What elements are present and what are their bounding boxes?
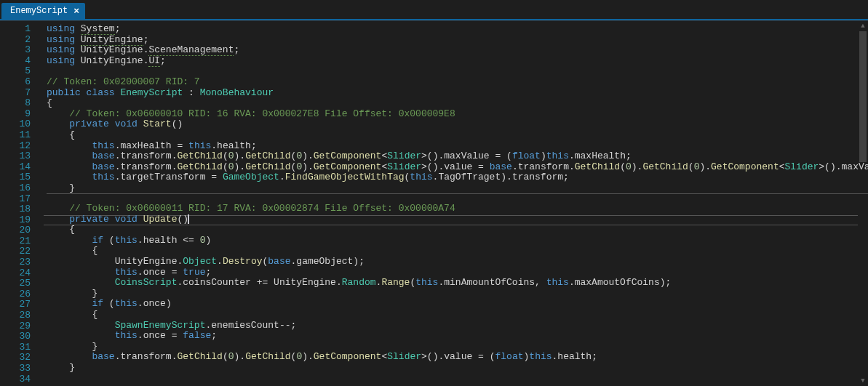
code-token: (	[223, 150, 228, 161]
code-line[interactable]: using UnityEngine.SceneManagement;	[47, 45, 868, 56]
code-token: GetComponent	[314, 351, 382, 362]
code-line[interactable]: this.once = false;	[47, 331, 868, 342]
line-number: 11	[3, 130, 31, 141]
code-line[interactable]: {	[47, 246, 868, 257]
code-token: ;	[251, 140, 257, 151]
code-line[interactable]: CoinsScript.coinsCounter += UnityEngine.…	[47, 278, 868, 289]
code-token: ).	[302, 351, 314, 362]
line-number: 17	[3, 194, 31, 205]
code-line[interactable]: if (this.once)	[47, 299, 868, 310]
code-line[interactable]: }	[47, 363, 868, 374]
line-number: 4	[3, 56, 31, 67]
code-token: public class	[47, 87, 120, 98]
code-line[interactable]: }	[47, 342, 868, 353]
code-token: {	[47, 224, 75, 235]
code-line[interactable]: UnityEngine.Object.Destroy(base.gameObje…	[47, 257, 868, 268]
code-line[interactable]: public class EnemyScript : MonoBehaviour	[47, 88, 868, 99]
code-token: value	[444, 161, 472, 172]
line-number: 15	[3, 172, 31, 183]
code-line[interactable]: }	[47, 289, 868, 299]
code-line[interactable]	[47, 66, 868, 77]
code-line[interactable]: this.maxHealth = this.health;	[47, 141, 868, 152]
line-number: 28	[3, 310, 31, 321]
code-line[interactable]	[47, 374, 868, 385]
code-token: ).	[234, 351, 246, 362]
code-token: 0	[228, 150, 234, 161]
code-token: MonoBehaviour	[200, 87, 274, 98]
line-number: 16	[3, 183, 31, 194]
code-token: }	[47, 288, 97, 299]
code-line[interactable]: this.targetTransform = GameObject.FindGa…	[47, 172, 868, 183]
code-line[interactable]: using UnityEngine;	[47, 35, 868, 46]
code-token: this	[546, 150, 569, 161]
code-token: Start	[143, 118, 172, 129]
line-number: 9	[3, 109, 31, 120]
code-token: >().	[819, 161, 841, 172]
code-token: health	[557, 351, 592, 362]
code-line[interactable]: private void Update()	[47, 214, 868, 225]
code-line[interactable]: {	[47, 130, 868, 141]
code-token	[47, 256, 115, 267]
code-line[interactable]: // Token: 0x06000011 RID: 17 RVA: 0x0000…	[47, 204, 868, 214]
code-token: ;	[563, 172, 569, 182]
code-line[interactable]: using System;	[47, 24, 868, 35]
code-token: {	[47, 245, 97, 256]
code-token: ,	[535, 277, 546, 288]
code-token: .	[279, 172, 285, 182]
tab-enemyscript[interactable]: EnemyScript ×	[1, 3, 85, 19]
code-line[interactable]	[47, 193, 868, 204]
code-token: Random	[342, 277, 376, 288]
code-token: once	[143, 298, 166, 309]
line-number: 10	[3, 119, 31, 130]
code-token: .	[512, 161, 518, 172]
code-token: :	[183, 87, 199, 98]
tab-title: EnemyScript	[10, 6, 68, 16]
code-token: ;	[234, 44, 239, 55]
code-line[interactable]: {	[47, 225, 868, 236]
code-line[interactable]: }	[47, 183, 868, 194]
code-token: =	[472, 161, 489, 172]
code-token: transform	[120, 161, 171, 172]
code-line[interactable]: {	[47, 98, 868, 109]
code-token: float	[495, 351, 524, 362]
code-token: ;	[160, 55, 166, 66]
code-token: .	[138, 330, 143, 341]
code-token: this	[92, 172, 114, 182]
code-token: Range	[381, 277, 410, 288]
line-number: 24	[3, 268, 31, 279]
code-line[interactable]: if (this.health <= 0)	[47, 236, 868, 246]
code-line[interactable]: base.transform.GetChild(0).GetChild(0).G…	[47, 162, 868, 173]
close-icon[interactable]: ×	[73, 7, 79, 16]
code-token: GetChild	[575, 161, 620, 172]
code-token: health	[143, 235, 178, 246]
code-token: <	[779, 161, 785, 172]
code-line[interactable]: this.once = true;	[47, 268, 868, 278]
code-token: (	[620, 161, 626, 172]
code-token: ;	[206, 267, 212, 278]
code-token: >().	[421, 351, 444, 362]
code-area[interactable]: using System;using UnityEngine;using Uni…	[44, 21, 868, 386]
code-token: value	[444, 351, 472, 362]
code-token: 0	[626, 161, 632, 172]
code-line[interactable]: using UnityEngine.UI;	[47, 56, 868, 67]
code-token: transform	[512, 172, 563, 182]
code-token: )	[541, 150, 546, 161]
code-line[interactable]: private void Start()	[47, 119, 868, 130]
code-line[interactable]: base.transform.GetChild(0).GetChild(0).G…	[47, 151, 868, 162]
code-line[interactable]: // Token: 0x02000007 RID: 7	[47, 77, 868, 88]
code-line[interactable]: // Token: 0x06000010 RID: 16 RVA: 0x0000…	[47, 109, 868, 120]
code-token: EnemyScript	[120, 87, 183, 98]
code-token: {	[47, 309, 97, 320]
code-token: this	[410, 172, 432, 182]
code-token: transform	[120, 351, 171, 362]
code-token: this	[529, 351, 552, 362]
code-token: .	[138, 235, 143, 246]
code-line[interactable]: SpawnEnemyScript.enemiesCount--;	[47, 321, 868, 331]
code-token: maxHealth	[575, 150, 626, 161]
code-line[interactable]: {	[47, 310, 868, 321]
code-token: ).	[302, 150, 314, 161]
line-number: 25	[3, 278, 31, 289]
code-token: --;	[279, 320, 296, 331]
editor-window: EnemyScript × 12345678910111213141516171…	[0, 0, 868, 386]
code-line[interactable]: base.transform.GetChild(0).GetChild(0).G…	[47, 352, 868, 363]
